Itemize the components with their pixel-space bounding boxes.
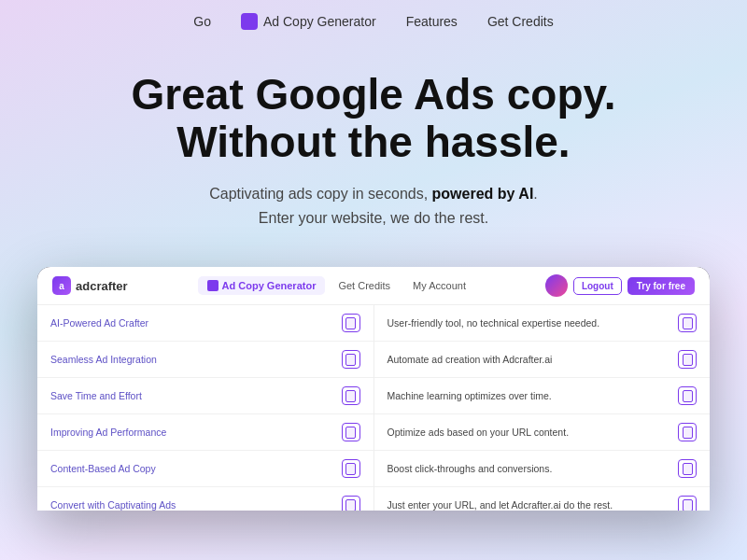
logout-button[interactable]: Logout bbox=[573, 277, 622, 295]
app-screenshot: a adcrafter Ad Copy Generator Get Credit… bbox=[37, 267, 710, 511]
app-nav-ad-copy[interactable]: Ad Copy Generator bbox=[198, 276, 326, 295]
list-item: Save Time and Effort bbox=[37, 378, 374, 414]
app-nav-items: Ad Copy Generator Get Credits My Account bbox=[143, 276, 530, 295]
copy-icon[interactable] bbox=[678, 423, 697, 441]
nav-get-credits[interactable]: Get Credits bbox=[487, 14, 554, 29]
copy-icon[interactable] bbox=[678, 496, 697, 511]
app-nav-icon bbox=[207, 280, 218, 291]
list-item: Content-Based Ad Copy bbox=[37, 451, 374, 487]
list-item: User-friendly tool, no technical experti… bbox=[374, 305, 711, 342]
list-item: Convert with Captivating Ads bbox=[37, 487, 374, 511]
copy-icon[interactable] bbox=[678, 350, 697, 369]
list-item: Optimize ads based on your URL content. bbox=[374, 414, 711, 451]
app-panel-left: AI-Powered Ad Crafter Seamless Ad Integr… bbox=[37, 305, 374, 511]
nav-active-label: Ad Copy Generator bbox=[263, 14, 376, 29]
avatar bbox=[545, 274, 568, 297]
copy-icon[interactable] bbox=[342, 314, 360, 332]
try-for-free-button[interactable]: Try for free bbox=[627, 277, 695, 295]
list-item: Seamless Ad Integration bbox=[37, 342, 374, 378]
list-item: Automate ad creation with Adcrafter.ai bbox=[374, 342, 711, 378]
app-logo: a adcrafter bbox=[52, 276, 128, 295]
list-item: Just enter your URL, and let Adcrafter.a… bbox=[374, 487, 711, 511]
list-item: Improving Ad Performance bbox=[37, 414, 374, 451]
app-nav-get-credits[interactable]: Get Credits bbox=[329, 276, 400, 295]
copy-icon[interactable] bbox=[678, 314, 697, 332]
hero-title: Great Google Ads copy. Without the hassl… bbox=[37, 71, 710, 165]
app-topbar-right: Logout Try for free bbox=[545, 274, 695, 297]
copy-icon[interactable] bbox=[342, 350, 360, 369]
copy-icon[interactable] bbox=[678, 386, 697, 405]
nav-features[interactable]: Features bbox=[406, 14, 458, 29]
list-item: Machine learning optimizes over time. bbox=[374, 378, 711, 414]
nav-logo-icon bbox=[241, 13, 258, 30]
copy-icon[interactable] bbox=[342, 423, 360, 441]
app-panel-right: User-friendly tool, no technical experti… bbox=[374, 305, 711, 511]
logo-icon: a bbox=[52, 276, 71, 295]
hero-subtitle: Captivating ads copy in seconds, powered… bbox=[37, 182, 710, 230]
app-topbar: a adcrafter Ad Copy Generator Get Credit… bbox=[37, 267, 710, 305]
copy-icon[interactable] bbox=[678, 459, 697, 478]
nav-go[interactable]: Go bbox=[193, 14, 211, 29]
list-item: Boost click-throughs and conversions. bbox=[374, 451, 711, 487]
nav-ad-copy-generator[interactable]: Ad Copy Generator bbox=[241, 13, 376, 30]
app-nav-my-account[interactable]: My Account bbox=[403, 276, 475, 295]
list-item: AI-Powered Ad Crafter bbox=[37, 305, 374, 342]
copy-icon[interactable] bbox=[342, 386, 360, 405]
hero-section: Great Google Ads copy. Without the hassl… bbox=[0, 43, 747, 248]
copy-icon[interactable] bbox=[342, 459, 360, 478]
navbar: Go Ad Copy Generator Features Get Credit… bbox=[0, 0, 747, 43]
copy-icon[interactable] bbox=[342, 496, 360, 511]
app-content: AI-Powered Ad Crafter Seamless Ad Integr… bbox=[37, 305, 710, 511]
